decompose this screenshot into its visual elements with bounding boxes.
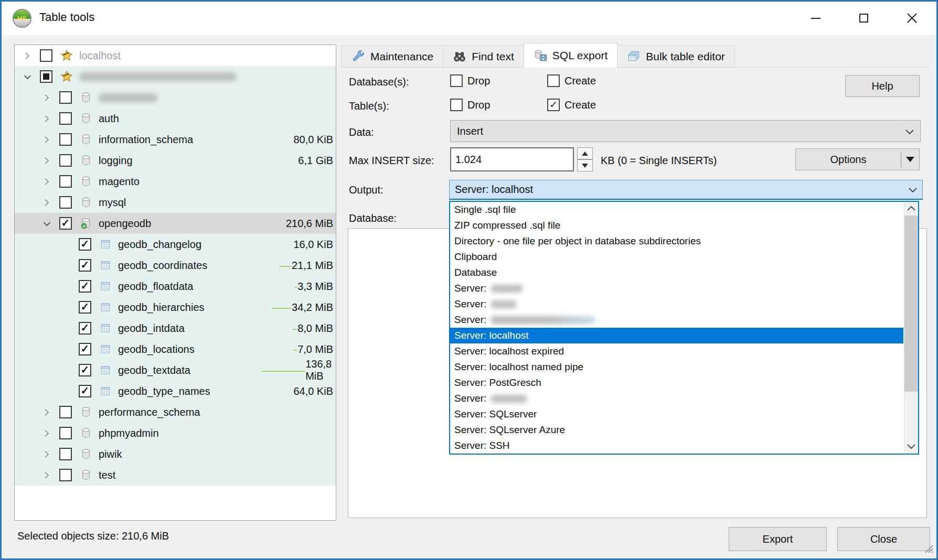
tab-bulk-table-editor[interactable]: Bulk table editor — [617, 45, 735, 68]
tree-checkbox[interactable] — [59, 154, 72, 167]
chevron-right-icon[interactable] — [41, 470, 59, 480]
tree-checkbox[interactable] — [59, 91, 72, 104]
dropdown-item[interactable]: Server: localhost — [450, 328, 903, 343]
dropdown-item[interactable]: Single .sql file — [450, 202, 903, 218]
chevron-right-icon[interactable] — [41, 134, 59, 145]
dropdown-scrollbar[interactable] — [904, 202, 918, 454]
tree-checkbox[interactable] — [79, 385, 91, 397]
tree-row-geodb_intdata[interactable]: geodb_intdata8,0 MiB — [15, 318, 336, 339]
minimize-button[interactable] — [792, 2, 840, 35]
tree-checkbox[interactable] — [79, 301, 91, 314]
tree-checkbox[interactable] — [59, 175, 72, 188]
tree-row[interactable] — [15, 87, 336, 108]
spinner-down-button[interactable] — [577, 159, 593, 171]
databases-create-checkbox[interactable]: Create — [547, 74, 596, 87]
tree-row-geodb_coordinates[interactable]: geodb_coordinates21,1 MiB — [15, 255, 336, 276]
tree-checkbox[interactable] — [79, 238, 91, 251]
tree-checkbox[interactable] — [40, 49, 52, 62]
tree-checkbox[interactable] — [79, 343, 91, 356]
tree-row[interactable] — [15, 66, 336, 87]
dropdown-item[interactable]: Directory - one file per object in datab… — [450, 233, 903, 249]
dropdown-item[interactable]: Server: SSH — [450, 438, 903, 454]
tables-drop-checkbox[interactable]: Drop — [450, 99, 490, 111]
databases-drop-checkbox[interactable]: Drop — [450, 74, 490, 87]
checkbox-box[interactable] — [547, 99, 560, 111]
dropdown-item[interactable]: Server: PostGresch — [450, 375, 903, 391]
export-button[interactable]: Export — [729, 527, 827, 551]
tree-row-information_schema[interactable]: information_schema80,0 KiB — [15, 129, 336, 150]
scrollbar-thumb[interactable] — [904, 216, 918, 392]
tree-row-geodb_locations[interactable]: geodb_locations7,0 MiB — [15, 339, 336, 360]
tree-row-piwik[interactable]: piwik — [15, 444, 336, 465]
tab-maintenance[interactable]: Maintenance — [342, 45, 443, 68]
dropdown-item[interactable]: Server: — [450, 296, 903, 312]
output-combobox[interactable]: Server: localhost — [449, 180, 923, 200]
chevron-right-icon[interactable] — [41, 92, 59, 103]
tree-checkbox[interactable] — [79, 322, 91, 335]
tree-row-mysql[interactable]: mysql — [15, 192, 336, 213]
scroll-up-button[interactable] — [904, 202, 918, 216]
chevron-right-icon[interactable] — [41, 407, 59, 417]
tree-row-test[interactable]: test — [15, 465, 336, 486]
close-dialog-button[interactable]: Close — [837, 527, 930, 551]
tree-row-magento[interactable]: magento — [15, 171, 336, 192]
tree-checkbox[interactable] — [59, 133, 72, 146]
tree-row-phpmyadmin[interactable]: phpmyadmin — [15, 423, 336, 444]
tree-row-localhost[interactable]: localhost — [15, 45, 336, 66]
scroll-down-button[interactable] — [904, 440, 918, 454]
chevron-down-icon[interactable] — [22, 71, 40, 82]
maximize-button[interactable] — [840, 2, 888, 35]
dropdown-item[interactable]: Database — [450, 265, 903, 281]
tables-create-checkbox[interactable]: Create — [547, 99, 596, 111]
checkbox-box[interactable] — [547, 74, 560, 87]
dropdown-item[interactable]: Server: — [450, 281, 903, 296]
tab-find-text[interactable]: Find text — [443, 45, 524, 68]
max-insert-size-input[interactable] — [450, 147, 574, 171]
tree-row-geodb_textdata[interactable]: geodb_textdata136,8 MiB — [15, 360, 336, 381]
dropdown-item[interactable]: Server: SQLserver — [450, 406, 903, 422]
tree-row-auth[interactable]: auth — [15, 108, 336, 129]
tab-sql-export[interactable]: SQL export — [524, 43, 617, 68]
tree-row-geodb_type_names[interactable]: geodb_type_names64,0 KiB — [15, 381, 336, 402]
chevron-right-icon[interactable] — [41, 197, 59, 208]
dropdown-item[interactable]: Server: — [450, 312, 903, 328]
chevron-right-icon[interactable] — [41, 449, 59, 459]
tree-checkbox[interactable] — [59, 448, 72, 460]
tree-checkbox[interactable] — [59, 427, 72, 439]
object-tree[interactable]: localhostauthinformation_schema80,0 KiBl… — [14, 45, 336, 521]
tree-row-opengeodb[interactable]: opengeodb210,6 MiB — [15, 213, 336, 234]
spinner-up-button[interactable] — [577, 147, 593, 159]
chevron-right-icon[interactable] — [41, 113, 59, 124]
dropdown-item[interactable]: Server: localhost named pipe — [450, 359, 903, 375]
options-menu-arrow[interactable] — [901, 157, 919, 162]
tree-checkbox[interactable] — [40, 70, 52, 83]
options-split-button[interactable]: Options — [795, 148, 920, 170]
chevron-right-icon[interactable] — [41, 155, 59, 166]
data-select[interactable]: Insert — [450, 120, 921, 142]
tree-checkbox[interactable] — [79, 259, 91, 272]
tree-checkbox[interactable] — [79, 364, 91, 376]
chevron-right-icon[interactable] — [41, 176, 59, 187]
tree-row-geodb_floatdata[interactable]: geodb_floatdata3,3 MiB — [15, 276, 336, 297]
dropdown-item[interactable]: Server: SQLserver Azure — [450, 422, 903, 438]
resize-grip[interactable] — [923, 543, 934, 556]
dropdown-item[interactable]: Server: localhost expired — [450, 343, 903, 359]
checkbox-box[interactable] — [450, 99, 463, 111]
tree-checkbox[interactable] — [59, 406, 72, 418]
tree-row-geodb_changelog[interactable]: geodb_changelog16,0 KiB — [15, 234, 336, 255]
tree-row-performance_schema[interactable]: performance_schema — [15, 402, 336, 423]
tree-checkbox[interactable] — [59, 196, 72, 209]
help-button[interactable]: Help — [845, 75, 920, 97]
tree-row-logging[interactable]: logging6,1 GiB — [15, 150, 336, 171]
chevron-right-icon[interactable] — [41, 428, 59, 438]
tree-checkbox[interactable] — [59, 217, 72, 230]
close-button[interactable] — [888, 2, 936, 35]
dropdown-item[interactable]: ZIP compressed .sql file — [450, 218, 903, 233]
checkbox-box[interactable] — [450, 74, 463, 87]
tree-checkbox[interactable] — [79, 280, 91, 293]
chevron-right-icon[interactable] — [22, 50, 40, 61]
tree-checkbox[interactable] — [59, 112, 72, 125]
chevron-down-icon[interactable] — [41, 218, 59, 229]
dropdown-item[interactable]: Clipboard — [450, 249, 903, 265]
tree-checkbox[interactable] — [59, 469, 72, 481]
